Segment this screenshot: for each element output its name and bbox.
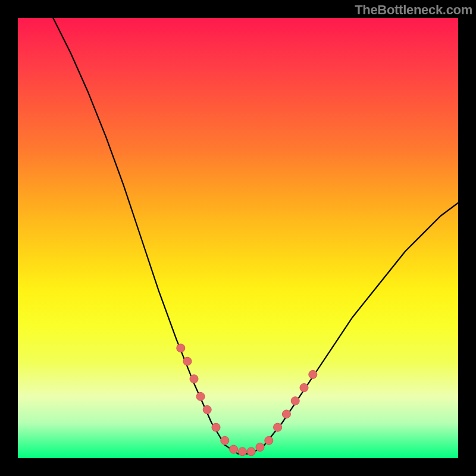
highlight-dot [177, 344, 185, 352]
highlight-dot [291, 397, 299, 405]
watermark-text: TheBottleneck.com [355, 2, 472, 18]
highlight-dot [309, 370, 317, 378]
chart-svg [18, 18, 458, 458]
highlight-dots [177, 344, 317, 456]
highlight-dot [274, 423, 282, 431]
highlight-dot [247, 447, 255, 456]
highlight-dot [238, 447, 246, 456]
highlight-dot [212, 423, 220, 431]
highlight-dot [221, 436, 229, 444]
highlight-dot [183, 357, 192, 365]
highlight-dot [230, 445, 238, 453]
highlight-dot [190, 375, 198, 383]
chart-frame: TheBottleneck.com [0, 0, 476, 476]
highlight-dot [256, 443, 264, 452]
curve-line [53, 18, 458, 454]
highlight-dot [265, 436, 273, 444]
highlight-dot [300, 384, 308, 392]
highlight-dot [282, 410, 290, 418]
chart-plot-area [18, 18, 458, 458]
highlight-dot [196, 392, 205, 400]
highlight-dot [203, 406, 211, 414]
